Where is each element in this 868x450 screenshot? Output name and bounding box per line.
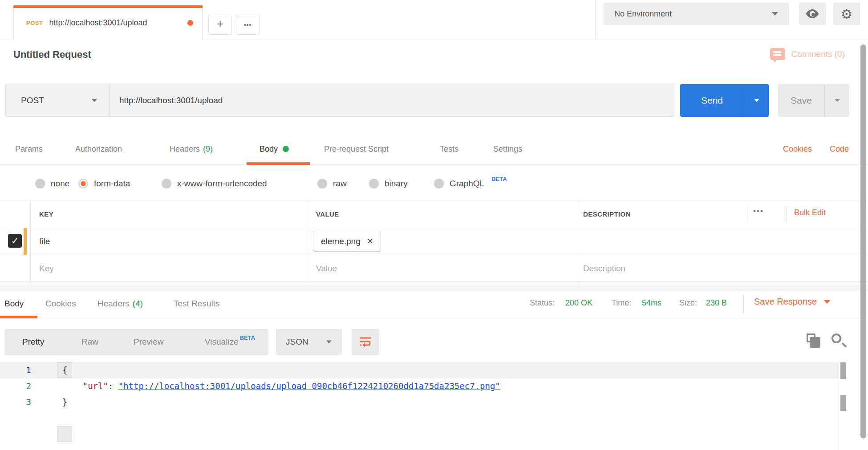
row-checkbox[interactable]: ✓ — [8, 234, 22, 248]
comment-bubble-icon — [770, 48, 785, 60]
url-input[interactable]: http://localhost:3001/upload — [110, 96, 223, 105]
table-options-button[interactable]: ••• — [753, 207, 764, 216]
column-header-description: DESCRIPTION — [583, 210, 631, 218]
code-scroll-track — [839, 361, 839, 450]
view-raw[interactable]: Raw — [81, 329, 98, 355]
response-headers-count-badge: (4) — [133, 299, 143, 309]
body-mode-row: none form-data x-www-form-urlencoded raw… — [0, 167, 868, 200]
tab-method-badge: POST — [26, 20, 43, 26]
view-preview[interactable]: Preview — [134, 329, 164, 355]
tab-authorization[interactable]: Authorization — [75, 133, 122, 165]
tab-body[interactable]: Body — [260, 133, 289, 165]
tab-tests[interactable]: Tests — [440, 133, 458, 165]
header-divider — [747, 206, 747, 222]
code-text: } — [62, 397, 67, 407]
search-icon — [831, 333, 841, 343]
copy-response-button[interactable] — [805, 333, 823, 351]
column-divider — [579, 201, 579, 282]
value-placeholder[interactable]: Value — [316, 264, 337, 273]
radio-icon — [162, 179, 171, 189]
page-scrollbar[interactable] — [860, 44, 866, 438]
header-divider — [595, 0, 596, 40]
response-header: Body Cookies Headers (4) Test Results St… — [0, 289, 868, 318]
radio-icon — [35, 179, 45, 189]
response-body-viewer: 1 { 2 "url": "http://localhost:3001/uplo… — [0, 361, 868, 450]
file-chip: eleme.png × — [313, 231, 381, 252]
format-select[interactable]: JSON — [276, 329, 342, 355]
mode-raw[interactable]: raw — [317, 167, 347, 200]
row-accent-bar — [24, 228, 27, 255]
header-divider — [787, 206, 787, 222]
tab-url-label: http://localhost:3001/upload — [49, 18, 147, 28]
environment-label: No Environment — [614, 9, 672, 19]
send-options-button[interactable] — [744, 99, 769, 102]
tab-pre-request-script[interactable]: Pre-request Script — [324, 133, 389, 165]
chevron-down-icon — [754, 99, 759, 102]
response-tab-headers[interactable]: Headers (4) — [97, 289, 143, 318]
wrap-lines-button[interactable] — [352, 329, 379, 355]
code-line: 2 "url": "http://localhost:3001/uploads/… — [0, 378, 839, 394]
fold-marker[interactable] — [57, 426, 72, 442]
gear-icon: ⚙ — [841, 6, 853, 22]
response-viewer-toolbar: Pretty Raw Preview Visualize BETA JSON — [0, 328, 868, 356]
key-placeholder[interactable]: Key — [39, 264, 54, 273]
cookies-link[interactable]: Cookies — [783, 133, 812, 165]
response-url-link[interactable]: "http://localhost:3001/uploads/upload_09… — [118, 381, 500, 391]
active-response-tab-underline — [0, 316, 37, 318]
response-tab-test-results[interactable]: Test Results — [174, 289, 219, 318]
page-title: Untitled Request — [13, 49, 91, 60]
request-tabs: Params Authorization Headers (9) Body Pr… — [0, 133, 868, 165]
method-select[interactable]: POST — [6, 84, 110, 117]
mode-form-data[interactable]: form-data — [78, 167, 130, 200]
wrap-lines-icon — [359, 336, 372, 348]
code-text: { — [62, 365, 67, 375]
meta-divider — [743, 295, 744, 313]
comments-button[interactable]: Comments (0) — [770, 48, 845, 60]
save-button[interactable]: Save — [778, 84, 849, 117]
response-tab-cookies[interactable]: Cookies — [45, 289, 76, 318]
save-options-button[interactable] — [825, 99, 849, 102]
new-tab-button[interactable]: + — [208, 15, 232, 35]
view-visualize[interactable]: Visualize BETA — [205, 329, 255, 355]
mode-none[interactable]: none — [35, 167, 69, 200]
check-icon: ✓ — [11, 236, 19, 246]
close-icon[interactable]: × — [367, 236, 373, 246]
mode-binary[interactable]: binary — [369, 167, 408, 200]
code-scrollbar-thumb[interactable] — [840, 362, 846, 379]
beta-badge: BETA — [240, 334, 255, 341]
column-header-value: VALUE — [316, 210, 339, 218]
size-value: 230 B — [706, 298, 727, 308]
settings-button[interactable]: ⚙ — [833, 3, 860, 25]
tab-settings[interactable]: Settings — [493, 133, 522, 165]
section-separator — [0, 281, 868, 289]
key-cell[interactable]: file — [39, 237, 50, 246]
tab-params[interactable]: Params — [15, 133, 43, 165]
response-tab-body[interactable]: Body — [4, 289, 24, 318]
code-line: 1 { — [0, 362, 839, 378]
code-text: "url": "http://localhost:3001/uploads/up… — [62, 381, 500, 391]
headers-count-badge: (9) — [203, 145, 213, 154]
column-divider — [30, 201, 31, 282]
save-response-button[interactable]: Save Response — [754, 297, 830, 307]
radio-icon — [369, 179, 379, 189]
line-number: 3 — [0, 397, 31, 407]
view-pretty[interactable]: Pretty — [22, 329, 45, 355]
eye-icon — [806, 9, 819, 18]
request-tab[interactable]: POST http://localhost:3001/upload — [13, 5, 203, 40]
environment-quick-look-button[interactable] — [799, 3, 826, 25]
chevron-down-icon — [772, 12, 778, 16]
search-response-button[interactable] — [831, 333, 848, 351]
send-button[interactable]: Send — [680, 84, 769, 117]
tab-options-button[interactable]: ••• — [236, 15, 260, 35]
chevron-down-icon — [824, 300, 830, 304]
tab-headers[interactable]: Headers (9) — [170, 133, 213, 165]
bulk-edit-link[interactable]: Bulk Edit — [794, 208, 826, 217]
description-placeholder[interactable]: Description — [583, 264, 625, 273]
status-label: Status: — [530, 298, 555, 308]
code-scrollbar-thumb[interactable] — [840, 395, 846, 411]
environment-selector[interactable]: No Environment — [604, 3, 789, 25]
mode-graphql[interactable]: GraphQL BETA — [434, 167, 507, 200]
code-link[interactable]: Code — [830, 133, 849, 165]
mode-x-www-form-urlencoded[interactable]: x-www-form-urlencoded — [162, 167, 267, 200]
request-builder: POST http://localhost:3001/upload — [5, 84, 674, 117]
